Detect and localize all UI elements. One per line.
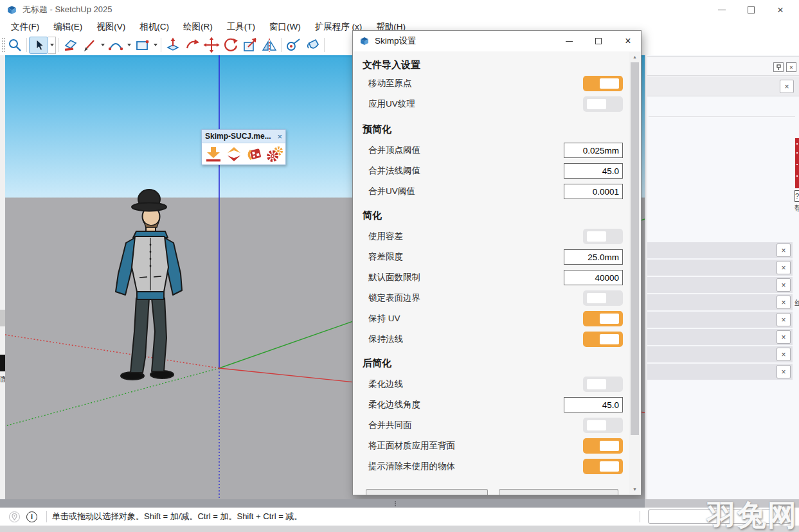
close-icon[interactable]: × bbox=[277, 132, 282, 141]
tray-row: × bbox=[647, 364, 793, 380]
setting-row: 保持法线 bbox=[353, 329, 641, 350]
section-heading-file-import: 文件导入设置 bbox=[363, 57, 420, 73]
input-tolerance-limit[interactable] bbox=[564, 249, 623, 265]
setting-row: 合并共同面 bbox=[353, 415, 641, 436]
toggle-merge-coplanar-faces[interactable] bbox=[583, 418, 623, 433]
toggle-prompt-purge-unused[interactable] bbox=[583, 459, 623, 474]
sketchup-logo-icon bbox=[6, 4, 17, 15]
scroll-up-icon[interactable]: ▲ bbox=[629, 52, 640, 62]
menu-window[interactable]: 窗口(W) bbox=[262, 21, 308, 33]
tray-row: × bbox=[647, 294, 793, 311]
close-icon[interactable]: × bbox=[777, 330, 791, 344]
dialog-titlebar[interactable]: Skimp设置 × bbox=[353, 31, 641, 51]
import-model-icon[interactable] bbox=[203, 145, 223, 164]
toggle-keep-normals[interactable] bbox=[583, 332, 623, 347]
toggle-knob bbox=[587, 293, 606, 303]
toggle-use-tolerance[interactable] bbox=[583, 229, 623, 244]
setting-label: 移动至原点 bbox=[368, 73, 412, 94]
close-icon[interactable]: × bbox=[777, 244, 791, 257]
skimp-toolbar-titlebar[interactable]: Skimp-SUCJ.me... × bbox=[202, 130, 285, 143]
scale-tool-icon[interactable] bbox=[240, 36, 260, 54]
info-icon[interactable]: i bbox=[26, 511, 37, 522]
toggle-move-to-origin[interactable] bbox=[583, 76, 623, 91]
close-icon[interactable]: × bbox=[777, 365, 791, 378]
menu-bar: 文件(F) 编辑(E) 视图(V) 相机(C) 绘图(R) 工具(T) 窗口(W… bbox=[4, 19, 364, 35]
window-title: 无标题 - SketchUp 2025 bbox=[22, 4, 112, 15]
setting-row: 默认面数限制 bbox=[353, 267, 641, 288]
settings-gears-icon[interactable] bbox=[265, 145, 285, 164]
setting-label: 提示清除未使用的物体 bbox=[368, 456, 455, 477]
menu-tools[interactable]: 工具(T) bbox=[220, 21, 262, 33]
input-default-face-limit[interactable] bbox=[564, 270, 623, 285]
splitter-dots[interactable] bbox=[395, 501, 397, 506]
move-tool-icon[interactable] bbox=[202, 36, 221, 54]
close-icon[interactable]: × bbox=[786, 62, 796, 72]
menu-draw[interactable]: 绘图(R) bbox=[176, 21, 220, 33]
eraser-tool-icon[interactable] bbox=[60, 36, 80, 54]
rotate-tool-icon[interactable] bbox=[221, 36, 240, 54]
close-icon[interactable]: × bbox=[777, 278, 791, 292]
input-soften-edge-angle[interactable] bbox=[564, 397, 623, 412]
setting-label: 合并顶点阈值 bbox=[368, 140, 420, 161]
rectangle-tool-dropdown[interactable] bbox=[152, 36, 159, 54]
menu-edit[interactable]: 编辑(E) bbox=[46, 21, 89, 33]
menu-view[interactable]: 视图(V) bbox=[89, 21, 132, 33]
toolbar bbox=[0, 35, 352, 55]
toggle-keep-uv[interactable] bbox=[583, 311, 623, 326]
line-tool-dropdown[interactable] bbox=[99, 36, 106, 54]
maximize-button[interactable] bbox=[740, 0, 762, 19]
flip-tool-icon[interactable] bbox=[260, 36, 279, 54]
setting-row: 应用UV纹理 bbox=[353, 94, 641, 114]
clipped-character: 面 bbox=[0, 374, 5, 385]
dialog-maximize-button[interactable] bbox=[588, 33, 609, 49]
menu-camera[interactable]: 相机(C) bbox=[132, 21, 176, 33]
input-merge-vertex-threshold[interactable] bbox=[564, 143, 623, 158]
arc-tool-icon[interactable] bbox=[106, 36, 125, 54]
select-tool-dropdown[interactable] bbox=[48, 37, 56, 54]
minimize-button[interactable] bbox=[711, 0, 733, 19]
scroll-down-icon[interactable]: ▼ bbox=[629, 484, 640, 494]
toggle-front-material-to-back[interactable] bbox=[583, 438, 623, 454]
right-tray-panel: × × ? 帮 丝 × × × × × × × × bbox=[647, 55, 799, 499]
zoom-tool-icon[interactable] bbox=[5, 36, 24, 54]
dialog-close-button[interactable]: × bbox=[618, 33, 638, 49]
dialog-bottom-button-left[interactable] bbox=[366, 489, 488, 495]
paint-bucket-tool-icon[interactable] bbox=[303, 36, 322, 54]
setting-row: 合并UV阈值 bbox=[353, 181, 641, 202]
tray-row: × bbox=[647, 277, 793, 294]
follow-me-tool-icon[interactable] bbox=[183, 36, 202, 54]
close-icon[interactable]: × bbox=[777, 313, 791, 326]
menu-file[interactable]: 文件(F) bbox=[4, 21, 46, 33]
arc-tool-dropdown[interactable] bbox=[125, 36, 132, 54]
close-icon[interactable]: × bbox=[780, 80, 794, 93]
paint-material-icon[interactable] bbox=[244, 145, 264, 164]
setting-label: 保持 UV bbox=[368, 308, 400, 329]
select-tool-icon[interactable] bbox=[29, 37, 48, 54]
push-pull-tool-icon[interactable] bbox=[163, 36, 183, 54]
dialog-scrollbar[interactable]: ▲ ▼ bbox=[629, 52, 640, 494]
close-button[interactable]: × bbox=[769, 0, 791, 19]
toggle-soften-edges[interactable] bbox=[583, 377, 623, 392]
clipped-character: 帮 bbox=[795, 203, 799, 214]
setting-label: 柔化边线 bbox=[368, 374, 403, 395]
setting-row: 移动至原点 bbox=[353, 73, 641, 94]
status-bar: i 单击或拖动以选择对象。Shift = 加/减。Ctrl = 加。Shift … bbox=[0, 508, 799, 526]
dialog-bottom-button-right[interactable] bbox=[499, 489, 618, 495]
geolocation-icon[interactable] bbox=[9, 511, 20, 522]
setting-label: 合并法线阈值 bbox=[368, 161, 420, 181]
input-merge-normal-threshold[interactable] bbox=[564, 163, 623, 179]
tape-measure-tool-icon[interactable] bbox=[283, 36, 303, 54]
pin-icon[interactable] bbox=[773, 62, 784, 72]
toggle-apply-uv-texture[interactable] bbox=[583, 96, 623, 112]
tray-row: × bbox=[647, 329, 793, 346]
line-tool-icon[interactable] bbox=[80, 36, 99, 54]
scrollbar-thumb[interactable] bbox=[631, 62, 639, 435]
close-icon[interactable]: × bbox=[777, 296, 791, 309]
input-merge-uv-threshold[interactable] bbox=[564, 184, 623, 199]
close-icon[interactable]: × bbox=[777, 261, 791, 274]
dialog-minimize-button[interactable] bbox=[559, 33, 579, 49]
rectangle-tool-icon[interactable] bbox=[132, 36, 152, 54]
toggle-lock-surface-border[interactable] bbox=[583, 290, 623, 306]
simplify-icon[interactable] bbox=[224, 145, 244, 164]
close-icon[interactable]: × bbox=[777, 348, 791, 361]
